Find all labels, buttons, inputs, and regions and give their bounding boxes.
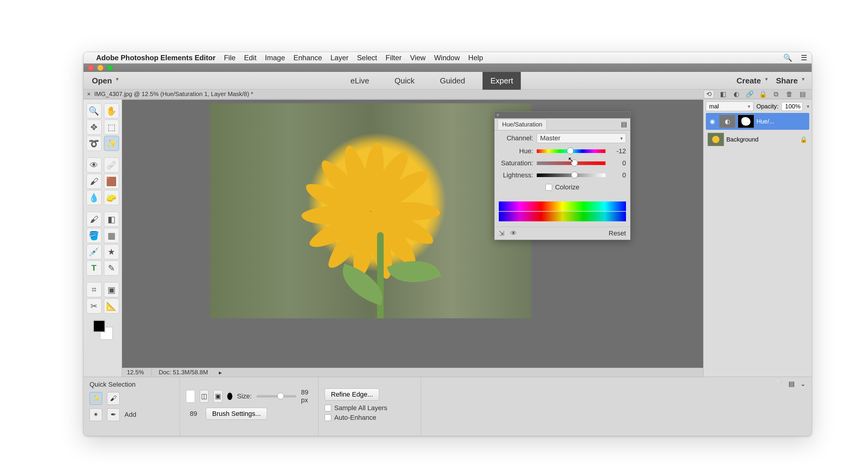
close-window-button[interactable] [88,65,94,71]
recompose-tool[interactable]: ▣ [104,282,119,297]
search-icon[interactable]: 🔍 [783,54,792,62]
pencil-tool[interactable]: ✎ [104,261,119,276]
shape-tool[interactable]: ★ [104,244,119,259]
foreground-color-swatch[interactable] [93,320,105,332]
close-panel-icon[interactable]: × [495,112,501,118]
panel-menu-icon[interactable]: ▤ [798,90,807,99]
status-chevron-icon[interactable]: ▸ [219,369,222,376]
clone-stamp-tool[interactable]: 🟫 [104,174,119,189]
colorize-checkbox[interactable]: Colorize [546,183,580,191]
gradient-tool[interactable]: ▦ [104,228,119,243]
brush-size-slider[interactable] [256,395,296,398]
hue-slider[interactable] [537,149,606,153]
auto-enhance-checkbox[interactable]: Auto-Enhance [324,414,415,421]
layout-icon[interactable]: ◧ [719,90,727,99]
zoom-tool[interactable]: 🔍 [87,103,101,118]
subtract-from-selection[interactable]: ◫ [200,390,209,403]
paint-bucket-tool[interactable]: 🪣 [87,228,101,243]
spot-heal-tool[interactable]: 🩹 [104,158,119,173]
quick-selection-tool[interactable]: ✨ [104,136,119,151]
spectrum-upper [499,201,626,211]
zoom-level[interactable]: 12.5% [127,369,144,376]
rotate-icon[interactable]: ⟲ [704,90,714,99]
options-menu-icon[interactable]: ▤ [788,380,795,388]
sponge-tool[interactable]: 🧽 [104,190,119,205]
share-button[interactable]: Share▾ [776,76,804,86]
saturation-slider[interactable] [537,161,606,165]
lasso-tool[interactable]: ➰ [87,136,101,151]
canvas-image[interactable] [210,103,531,318]
menu-window[interactable]: Window [434,54,460,62]
menu-view[interactable]: View [410,54,426,62]
straighten-tool[interactable]: 📐 [104,298,119,313]
panel-menu-icon[interactable]: ▤ [621,121,627,128]
refine-edge-button[interactable]: Refine Edge... [324,388,379,401]
menu-filter[interactable]: Filter [385,54,401,62]
open-button[interactable]: Open▾ [84,76,127,86]
brush-tool[interactable]: 🖌 [87,212,101,227]
lightness-value[interactable]: 0 [609,171,626,179]
color-swatches[interactable] [93,320,113,339]
clip-to-layer-icon[interactable]: ⇲ [499,230,504,237]
menu-select[interactable]: Select [357,54,377,62]
blend-mode-select[interactable]: mal▾ [706,101,753,111]
lightness-slider[interactable] [537,173,606,177]
new-layer-icon[interactable]: ⧉ [772,90,780,99]
layer-hue-saturation[interactable]: ◉ ◐ Hue/... [706,113,809,130]
layer-background[interactable]: Background 🔒 [706,131,809,148]
help-icon[interactable]: ❔ [775,380,783,388]
zoom-window-button[interactable] [107,65,113,71]
intersect-selection[interactable]: ▣ [213,390,222,403]
panel-tab[interactable]: Hue/Saturation [498,119,547,130]
brush-settings-button[interactable]: Brush Settings... [206,408,267,420]
minimize-window-button[interactable] [97,65,103,71]
new-selection-mode[interactable]: ✨ [90,392,102,405]
reset-button[interactable]: Reset [609,230,626,237]
menu-layer[interactable]: Layer [331,54,349,62]
sample-all-layers-checkbox[interactable]: Sample All Layers [324,404,415,412]
toggle-visibility-icon[interactable]: 👁 [510,230,517,237]
eyedropper-tool[interactable]: 💉 [87,244,101,259]
hand-tool[interactable]: ✋ [104,103,119,118]
close-tab-icon[interactable]: × [84,91,94,98]
create-button[interactable]: Create▾ [737,76,768,86]
size-number[interactable]: 89 [186,410,201,418]
eraser-tool[interactable]: ◧ [104,212,119,227]
channel-select[interactable]: Master▾ [537,133,626,143]
marquee-tool[interactable]: ⬚ [104,120,119,135]
menu-image[interactable]: Image [265,54,285,62]
list-icon[interactable]: ☰ [801,54,807,62]
menu-enhance[interactable]: Enhance [293,54,322,62]
smart-brush-tool[interactable]: 🖌 [87,174,101,189]
lock-icon[interactable]: 🔒 [758,90,767,99]
menu-help[interactable]: Help [468,54,483,62]
type-tool[interactable]: T [87,261,101,276]
trash-icon[interactable]: 🗑 [785,90,794,99]
hue-saturation-panel[interactable]: × Hue/Saturation ▤ Channel: Master▾ Hue:… [494,111,630,240]
layer-mask-thumb[interactable] [738,115,754,128]
chevron-down-icon[interactable]: ▾ [807,104,809,109]
mode-quick[interactable]: Quick [387,72,422,90]
opacity-field[interactable]: 100% [781,102,803,111]
adjustment-icon[interactable]: ◐ [732,90,741,99]
hue-value[interactable]: -12 [609,147,626,155]
content-aware-move-tool[interactable]: ✂ [87,298,101,313]
mode-expert[interactable]: Expert [483,72,521,90]
refine-selection-mode[interactable]: ✒ [107,408,120,421]
visibility-toggle-icon[interactable]: ◉ [708,115,717,128]
collapse-options-icon[interactable]: ⌄ [800,380,806,388]
link-icon[interactable]: 🔗 [745,90,754,99]
selection-brush-mode[interactable]: 🖌 [107,392,120,405]
blur-tool[interactable]: 💧 [87,190,101,205]
mode-guided[interactable]: Guided [432,72,473,90]
add-to-selection[interactable] [186,390,195,403]
document-tab[interactable]: IMG_4307.jpg @ 12.5% (Hue/Saturation 1, … [94,91,259,98]
menu-file[interactable]: File [224,54,236,62]
magic-selection-mode[interactable]: ✴ [90,408,102,421]
mode-elive[interactable]: eLive [343,72,377,90]
saturation-value[interactable]: 0 [609,159,626,167]
move-tool[interactable]: ✥ [87,120,101,135]
crop-tool[interactable]: ⌗ [87,282,101,297]
menu-edit[interactable]: Edit [244,54,256,62]
redeye-tool[interactable]: 👁 [87,158,101,173]
